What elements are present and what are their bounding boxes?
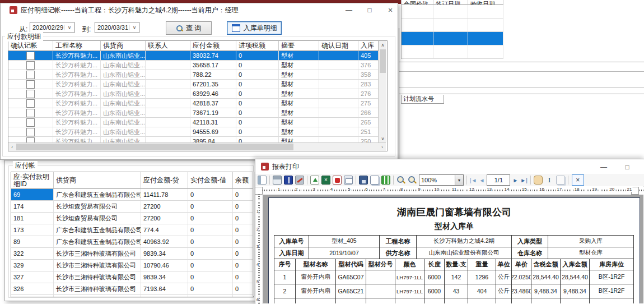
- column-header[interactable]: 确认记帐: [8, 41, 53, 51]
- first-page-icon[interactable]: |◄: [470, 177, 477, 183]
- payable-row[interactable]: 长沙万科魅力...山东南山铝业...3895.840型材250: [8, 137, 379, 142]
- hscroll-thumb[interactable]: [16, 144, 293, 150]
- report-minimize-button[interactable]: —: [596, 162, 612, 173]
- multi-page-icon[interactable]: [381, 176, 390, 185]
- contract-row[interactable]: [402, 5, 503, 19]
- export-icon[interactable]: [310, 176, 319, 185]
- book-icon[interactable]: [284, 176, 293, 185]
- account-row[interactable]: 174长沙坦森贸易有限公司2720000: [11, 201, 253, 213]
- receipt-detail-button[interactable]: 入库单明细: [227, 21, 282, 35]
- column-header[interactable]: 应付金额-贷: [141, 172, 188, 189]
- account-row[interactable]: 69广东合和建筑五金制品有限公司11411.7800: [11, 189, 253, 201]
- payable-row[interactable]: 长沙万科魅力...山东南山铝业...35658.170型材376: [8, 61, 379, 70]
- scroll-right-icon[interactable]: ›: [379, 143, 386, 151]
- column-header[interactable]: 工程名称: [53, 41, 101, 51]
- payable-row[interactable]: 长沙万科魅力...山东南山铝业...788.220型材358: [8, 70, 379, 80]
- payable-row[interactable]: 长沙万科魅力...山东南山铝业...42118.310型材265: [8, 118, 379, 127]
- contract-row-selected[interactable]: [402, 32, 503, 45]
- report-maximize-button[interactable]: □: [619, 162, 635, 173]
- confirm-checkbox[interactable]: [26, 128, 35, 136]
- payable-row[interactable]: 长沙万科魅力...山东南山铝业...94555.690型材251: [8, 127, 379, 137]
- last-page-icon[interactable]: ►|: [520, 177, 528, 183]
- text-select-icon[interactable]: I: [545, 176, 554, 185]
- column-header[interactable]: 供货商: [101, 41, 146, 51]
- chevron-down-icon[interactable]: ∨: [64, 25, 74, 30]
- page-number-box[interactable]: 1/1: [487, 174, 510, 186]
- export-pdf-icon[interactable]: [333, 176, 342, 185]
- scroll-left-icon[interactable]: ‹: [8, 143, 16, 151]
- payable-row[interactable]: 长沙万科魅力...山东南山铝业...42818.370型材275: [8, 99, 379, 108]
- confirm-checkbox[interactable]: [26, 99, 35, 108]
- summary-cell: 型材: [279, 51, 319, 61]
- email-icon[interactable]: [344, 176, 353, 185]
- column-header[interactable]: 实付金额-借: [188, 172, 233, 189]
- account-row[interactable]: 长沙市三湘特种玻璃有限公司: [11, 295, 253, 297]
- maximize-button[interactable]: □: [362, 4, 377, 16]
- account-row[interactable]: 322长沙市三湘特种玻璃有限公司9839.3400: [11, 248, 253, 260]
- chevron-down-icon[interactable]: ∨: [129, 25, 139, 30]
- confirm-checkbox[interactable]: [26, 80, 35, 89]
- zoom-out-icon[interactable]: [408, 176, 417, 185]
- zoom-dropdown-icon[interactable]: ▼: [455, 175, 463, 185]
- payable-row[interactable]: 长沙万科魅力...山东南山铝业...67201.350型材283: [8, 80, 379, 89]
- next-page-icon[interactable]: ►: [512, 177, 518, 183]
- grid-hscrollbar[interactable]: ‹ ›: [8, 142, 386, 151]
- column-header[interactable]: 进项税额: [236, 41, 279, 51]
- print-icon[interactable]: [273, 176, 282, 185]
- grid-vscrollbar[interactable]: ∧ ∨: [379, 41, 386, 142]
- vscroll-thumb[interactable]: [380, 49, 386, 73]
- confirm-checkbox[interactable]: [26, 118, 35, 127]
- minimize-button[interactable]: —: [341, 4, 357, 16]
- close-preview-icon[interactable]: ×: [572, 174, 584, 186]
- payable-detail-titlebar[interactable]: 应付明细记帐------当前工程：长沙万科魅力之城4.2期------当前用户：…: [1, 3, 398, 17]
- payable-row[interactable]: 长沙万科魅力...山东南山铝业...63929.460型材276: [8, 89, 379, 99]
- to-date-combo[interactable]: 2020/03/31 ∨: [95, 22, 139, 33]
- preview-area[interactable]: 湖南巨晟门窗幕墙有限公司 型材入库单 入库单号 型材_405 工程名称 长沙万科…: [263, 195, 643, 303]
- zoom-combo[interactable]: 100% ▼: [419, 174, 464, 186]
- column-header[interactable]: 供货商: [54, 172, 141, 189]
- payable-account-window[interactable]: 应付帐 应-实付款明细ID供货商应付金额-贷实付金额-借余额 69广东合和建筑五…: [4, 160, 258, 301]
- query-button[interactable]: 查 询: [166, 21, 212, 35]
- copy-page-icon[interactable]: [556, 176, 565, 185]
- report-print-window[interactable]: 报表打印 — □ × 100% ▼ |◄ ◄ 1/1 ► ►| I: [255, 159, 644, 304]
- payable-row[interactable]: 长沙万科魅力...山东南山铝业...38032.740型材405: [8, 51, 379, 61]
- confirm-checkbox[interactable]: [26, 71, 35, 79]
- prev-page-icon[interactable]: ◄: [479, 177, 485, 183]
- confirm-checkbox[interactable]: [26, 109, 35, 117]
- contract-row[interactable]: [402, 45, 503, 59]
- hand-tool-icon[interactable]: [534, 176, 543, 185]
- report-close-button[interactable]: ×: [640, 162, 644, 173]
- column-header[interactable]: 摘要: [279, 41, 319, 51]
- report-titlebar[interactable]: 报表打印 — □ ×: [255, 159, 644, 174]
- contract-row[interactable]: [402, 19, 503, 32]
- account-row[interactable]: 173广东合和建筑五金制品有限公司774.400: [11, 224, 253, 236]
- account-row[interactable]: 89广东合和建筑五金制品有限公司40963.9200: [11, 236, 253, 248]
- zoom-in-icon[interactable]: [396, 176, 405, 185]
- from-date-combo[interactable]: 2020/02/29 ∨: [30, 22, 74, 33]
- column-header[interactable]: 入库: [358, 41, 379, 51]
- confirm-checkbox[interactable]: [26, 90, 35, 98]
- print-setup-icon[interactable]: [295, 176, 304, 185]
- column-header[interactable]: 确认日期: [319, 41, 358, 51]
- save-icon[interactable]: [359, 176, 368, 185]
- column-header[interactable]: 联系人: [146, 41, 190, 51]
- account-row[interactable]: 181长沙坦森贸易有限公司2720000: [11, 213, 253, 224]
- column-header[interactable]: 余额: [233, 172, 253, 189]
- payable-detail-window[interactable]: 应付明细记帐------当前工程：长沙万科魅力之城4.2期------当前用户：…: [0, 3, 398, 160]
- account-row[interactable]: 327长沙市三湘特种玻璃有限公司9839.3400: [11, 271, 253, 283]
- export-excel-icon[interactable]: [321, 176, 330, 185]
- account-row[interactable]: 326长沙市三湘特种玻璃有限公司7193.6400: [11, 283, 253, 295]
- confirm-date-cell: [319, 108, 358, 118]
- payable-row[interactable]: 长沙万科魅力...山东南山铝业...73671.190型材266: [8, 108, 379, 118]
- column-header[interactable]: 应-实付款明细ID: [11, 172, 54, 189]
- page-layout-icon[interactable]: [370, 176, 379, 185]
- scroll-down-icon[interactable]: ∨: [379, 135, 386, 142]
- confirm-checkbox[interactable]: [26, 52, 35, 60]
- confirm-checkbox[interactable]: [26, 61, 35, 70]
- confirm-checkbox[interactable]: [26, 137, 35, 143]
- close-button[interactable]: ×: [382, 4, 398, 16]
- account-row[interactable]: 329长沙市三湘特种玻璃有限公司10790.4600: [11, 260, 253, 271]
- column-header[interactable]: 应付金额: [190, 41, 236, 51]
- panel-toggle-icon[interactable]: [258, 176, 267, 185]
- scroll-up-icon[interactable]: ∧: [379, 41, 386, 49]
